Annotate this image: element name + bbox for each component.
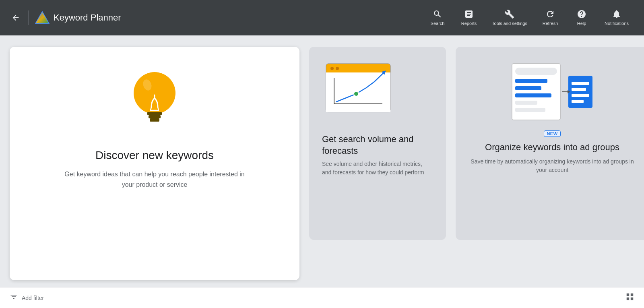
- svg-rect-20: [515, 86, 541, 90]
- forecast-card-desc: See volume and other historical metrics,…: [322, 160, 433, 177]
- tools-icon: [505, 9, 514, 19]
- google-ads-logo: [35, 10, 50, 25]
- discover-card-desc: Get keyword ideas that can help you reac…: [58, 169, 251, 190]
- cards-area: Discover new keywords Get keyword ideas …: [0, 35, 644, 287]
- header-nav: Search Reports Tools and settings Refres…: [423, 6, 634, 29]
- nav-item-help[interactable]: Help: [568, 6, 596, 29]
- nav-item-refresh[interactable]: Refresh: [536, 6, 564, 29]
- forecast-illustration: [322, 60, 402, 124]
- new-badge: NEW: [544, 130, 560, 137]
- svg-rect-19: [515, 79, 547, 83]
- organize-card-title: Organize keywords into ad groups: [485, 142, 619, 153]
- bottom-bar: Add filter: [0, 287, 644, 308]
- bottom-right: [625, 292, 634, 303]
- card-discover[interactable]: Discover new keywords Get keyword ideas …: [10, 47, 299, 280]
- nav-label-search: Search: [431, 21, 445, 26]
- svg-point-10: [336, 67, 339, 70]
- svg-rect-23: [515, 108, 545, 112]
- svg-rect-4: [149, 115, 161, 118]
- forecast-card-title: Get search volume and forecasts: [322, 134, 433, 157]
- logo-container: Keyword Planner: [35, 10, 121, 25]
- nav-item-search[interactable]: Search: [423, 6, 452, 29]
- nav-item-notifications[interactable]: Notifications: [599, 6, 634, 29]
- organize-card-desc: Save time by automatically organizing ke…: [469, 157, 636, 174]
- nav-item-tools[interactable]: Tools and settings: [486, 6, 533, 29]
- main-content: Discover new keywords Get keyword ideas …: [0, 35, 644, 308]
- bottom-left: Add filter: [10, 293, 44, 303]
- grid-view-icon[interactable]: [625, 292, 634, 303]
- svg-rect-26: [572, 88, 586, 91]
- notifications-icon: [612, 9, 621, 19]
- search-icon: [433, 9, 442, 19]
- help-icon: [577, 9, 586, 19]
- svg-rect-5: [150, 118, 159, 122]
- card-organize[interactable]: NEW Organize keywords into ad groups Sav…: [456, 47, 644, 240]
- svg-point-2: [134, 72, 175, 114]
- svg-rect-18: [515, 68, 557, 75]
- card-forecast[interactable]: Get search volume and forecasts See volu…: [309, 47, 446, 240]
- app-title: Keyword Planner: [54, 12, 121, 23]
- svg-rect-25: [572, 82, 589, 85]
- svg-rect-21: [515, 93, 551, 97]
- refresh-icon: [545, 9, 555, 19]
- svg-rect-28: [572, 100, 584, 103]
- svg-point-16: [354, 91, 359, 96]
- back-button[interactable]: [10, 12, 22, 24]
- nav-label-help: Help: [577, 21, 586, 26]
- bulb-illustration: [122, 63, 187, 135]
- header-left: Keyword Planner: [10, 10, 417, 25]
- nav-label-tools: Tools and settings: [492, 21, 527, 26]
- organize-illustration: [508, 60, 597, 124]
- svg-rect-3: [147, 112, 162, 115]
- svg-rect-22: [515, 101, 537, 105]
- reports-icon: [464, 9, 474, 19]
- svg-marker-1: [36, 12, 49, 23]
- svg-point-9: [330, 67, 334, 70]
- add-filter-button[interactable]: Add filter: [22, 295, 44, 301]
- discover-card-title: Discover new keywords: [95, 148, 214, 163]
- nav-label-refresh: Refresh: [543, 21, 558, 26]
- filter-icon: [10, 293, 18, 303]
- app-header: Keyword Planner Search Reports Tools and…: [0, 0, 644, 35]
- header-divider: [28, 10, 29, 25]
- nav-label-reports: Reports: [461, 21, 477, 26]
- svg-rect-27: [572, 94, 589, 97]
- nav-item-reports[interactable]: Reports: [455, 6, 483, 29]
- nav-label-notifications: Notifications: [605, 21, 629, 26]
